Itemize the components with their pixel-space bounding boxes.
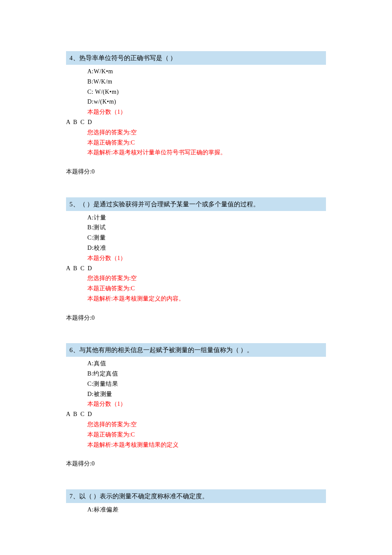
question-block-5: 5、（ ）是通过实验获得并可合理赋予某量一个或多个量值的过程。 A:计量 B:测… [66, 197, 326, 323]
question-block-4: 4、热导率单位符号的正确书写是（ ） A:W/K•m B:W/K/m C: W/… [66, 51, 326, 177]
correct-answer: 本题正确答案为:C [66, 430, 326, 440]
option-b: B:W/K/m [66, 77, 326, 87]
analysis: 本题解析:本题考核测量结果的定义 [66, 440, 326, 450]
abcd-choices: A B C D [66, 409, 326, 419]
option-c: C: W/(K•m) [66, 87, 326, 97]
correct-answer: 本题正确答案为:C [66, 283, 326, 294]
option-a: A:标准偏差 [66, 505, 326, 515]
analysis: 本题解析:本题考核对计量单位符号书写正确的掌握。 [66, 147, 326, 158]
selected-answer: 您选择的答案为:空 [66, 419, 326, 430]
option-c: C:测量 [66, 233, 326, 243]
option-a: A:真值 [66, 358, 326, 369]
option-d: D:w/(K•m) [66, 97, 326, 107]
option-b: B:测试 [66, 223, 326, 233]
question-block-6: 6、与其他有用的相关信息一起赋予被测量的一组量值称为（ ）。 A:真值 B:约定… [66, 343, 326, 469]
points-label: 本题分数（1） [66, 107, 326, 117]
score: 本题得分:0 [66, 167, 326, 176]
correct-answer: 本题正确答案为:C [66, 138, 326, 148]
question-block-7: 7、以（ ）表示的测量不确定度称标准不确定度。 A:标准偏差 [66, 489, 326, 515]
option-a: A:计量 [66, 213, 326, 223]
question-header: 7、以（ ）表示的测量不确定度称标准不确定度。 [66, 489, 326, 503]
points-label: 本题分数（1） [66, 253, 326, 263]
score: 本题得分:0 [66, 459, 326, 468]
selected-answer: 您选择的答案为:空 [66, 127, 326, 138]
points-label: 本题分数（1） [66, 399, 326, 409]
analysis: 本题解析:本题考核测量定义的内容。 [66, 294, 326, 304]
question-header: 6、与其他有用的相关信息一起赋予被测量的一组量值称为（ ）。 [66, 343, 326, 357]
option-d: D:被测量 [66, 389, 326, 399]
question-header: 5、（ ）是通过实验获得并可合理赋予某量一个或多个量值的过程。 [66, 197, 326, 211]
score: 本题得分:0 [66, 313, 326, 323]
selected-answer: 您选择的答案为:空 [66, 273, 326, 283]
option-d: D:校准 [66, 243, 326, 253]
option-c: C:测量结果 [66, 379, 326, 389]
option-a: A:W/K•m [66, 66, 326, 77]
option-b: B:约定真值 [66, 369, 326, 379]
abcd-choices: A B C D [66, 263, 326, 274]
abcd-choices: A B C D [66, 117, 326, 127]
question-header: 4、热导率单位符号的正确书写是（ ） [66, 51, 326, 65]
